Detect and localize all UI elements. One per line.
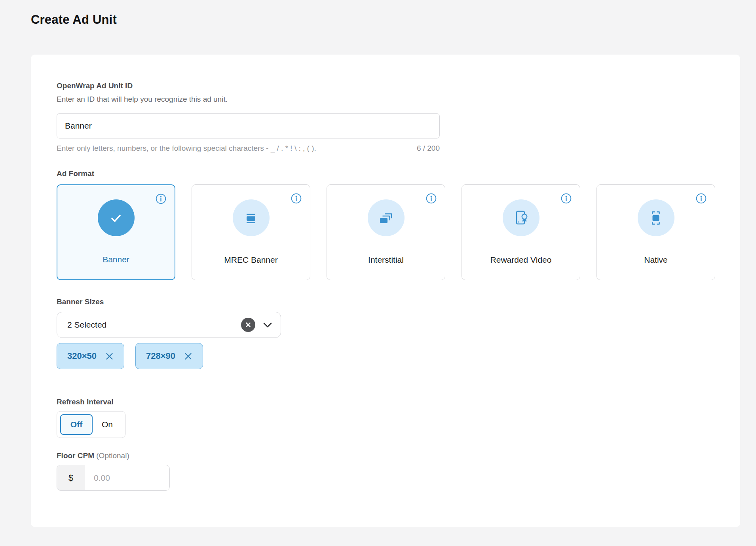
ad-unit-id-input[interactable] — [57, 113, 440, 138]
refresh-interval-label: Refresh Interval — [57, 398, 740, 406]
currency-symbol: $ — [57, 465, 85, 490]
info-icon[interactable] — [291, 193, 302, 204]
check-icon — [98, 199, 135, 236]
selected-sizes-chips: 320×50 728×90 — [57, 343, 740, 369]
rewarded-video-icon — [503, 199, 539, 236]
floor-cpm-label: Floor CPM — [57, 451, 94, 460]
ad-format-label: Ad Format — [57, 169, 740, 178]
format-card-mrec-banner[interactable]: MREC Banner — [192, 184, 310, 280]
info-icon[interactable] — [561, 193, 572, 204]
create-ad-unit-card: OpenWrap Ad Unit ID Enter an ID that wil… — [31, 55, 740, 527]
refresh-off-button[interactable]: Off — [60, 414, 93, 435]
close-icon[interactable] — [184, 352, 192, 360]
ad-format-options: Banner MREC Banner Interstitial — [57, 184, 740, 280]
chevron-down-icon[interactable] — [263, 322, 272, 328]
format-card-banner[interactable]: Banner — [57, 184, 175, 280]
ad-unit-id-helper-text: Enter only letters, numbers, or the foll… — [57, 144, 316, 153]
info-icon[interactable] — [696, 193, 707, 204]
floor-cpm-label-row: Floor CPM (Optional) — [57, 451, 740, 460]
char-counter: 6 / 200 — [417, 144, 440, 153]
clear-selection-button[interactable] — [241, 318, 255, 332]
format-card-rewarded-video[interactable]: Rewarded Video — [462, 184, 580, 280]
ad-unit-id-description: Enter an ID that will help you recognize… — [57, 95, 740, 104]
format-card-label: Native — [644, 255, 668, 265]
floor-cpm-input-group: $ — [57, 465, 170, 491]
close-icon[interactable] — [105, 352, 114, 360]
format-card-interstitial[interactable]: Interstitial — [327, 184, 445, 280]
banner-sizes-select[interactable]: 2 Selected — [57, 312, 281, 338]
refresh-interval-toggle: Off On — [57, 411, 125, 438]
format-card-native[interactable]: Native — [596, 184, 715, 280]
native-icon — [638, 199, 674, 236]
refresh-on-button[interactable]: On — [93, 414, 122, 435]
size-chip-320x50: 320×50 — [57, 343, 124, 369]
clear-circle-icon — [245, 321, 252, 328]
info-icon[interactable] — [426, 193, 437, 204]
ad-unit-id-label: OpenWrap Ad Unit ID — [57, 82, 740, 90]
floor-cpm-input[interactable] — [85, 465, 169, 490]
size-chip-728x90: 728×90 — [135, 343, 203, 369]
page-title: Create Ad Unit — [31, 13, 117, 27]
format-card-label: MREC Banner — [224, 255, 277, 265]
info-icon[interactable] — [156, 193, 166, 204]
banner-sizes-label: Banner Sizes — [57, 298, 740, 306]
chip-label: 728×90 — [146, 351, 175, 361]
interstitial-icon — [368, 199, 405, 236]
chip-label: 320×50 — [67, 351, 97, 361]
format-card-label: Rewarded Video — [490, 255, 552, 265]
banner-sizes-selected-value: 2 Selected — [67, 320, 241, 330]
mrec-banner-icon — [233, 199, 270, 236]
format-card-label: Interstitial — [368, 255, 404, 265]
floor-cpm-optional-label: (Optional) — [96, 451, 129, 460]
format-card-label: Banner — [103, 255, 129, 264]
